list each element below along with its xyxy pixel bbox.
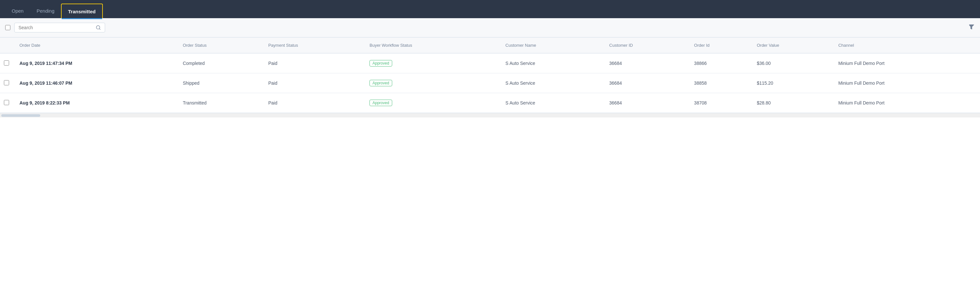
horizontal-scrollbar[interactable] xyxy=(0,113,980,118)
search-box xyxy=(14,23,105,32)
svg-line-1 xyxy=(99,29,100,30)
search-icon xyxy=(96,25,101,30)
table-row: Aug 9, 2019 11:47:34 PM Completed Paid A… xyxy=(0,53,980,73)
order-date-value: Aug 9, 2019 8:22:33 PM xyxy=(19,100,70,105)
cell-order-value: $36.00 xyxy=(753,53,834,73)
cell-order-date: Aug 9, 2019 8:22:33 PM xyxy=(16,93,179,113)
select-all-checkbox[interactable] xyxy=(5,25,10,30)
cell-buyer-workflow-status: Approved xyxy=(366,73,501,93)
row-checkbox[interactable] xyxy=(4,80,9,85)
cell-order-id: 38858 xyxy=(690,73,753,93)
cell-order-date: Aug 9, 2019 11:47:34 PM xyxy=(16,53,179,73)
cell-order-status: Completed xyxy=(179,53,264,73)
col-checkbox xyxy=(0,38,16,54)
table-row: Aug 9, 2019 8:22:33 PM Transmitted Paid … xyxy=(0,93,980,113)
row-checkbox-cell xyxy=(0,93,16,113)
cell-order-date: Aug 9, 2019 11:46:07 PM xyxy=(16,73,179,93)
col-order-date: Order Date xyxy=(16,38,179,54)
col-channel: Channel xyxy=(834,38,980,54)
cell-channel: Minium Full Demo Port xyxy=(834,53,980,73)
cell-customer-id: 36684 xyxy=(605,93,690,113)
cell-channel: Minium Full Demo Port xyxy=(834,93,980,113)
table-header-row: Order Date Order Status Payment Status B… xyxy=(0,38,980,54)
cell-customer-id: 36684 xyxy=(605,53,690,73)
cell-customer-name: S Auto Service xyxy=(501,93,605,113)
cell-order-status: Shipped xyxy=(179,73,264,93)
cell-channel: Minium Full Demo Port xyxy=(834,73,980,93)
row-checkbox[interactable] xyxy=(4,60,9,65)
col-order-status: Order Status xyxy=(179,38,264,54)
orders-table: Order Date Order Status Payment Status B… xyxy=(0,37,980,113)
cell-order-value: $28.80 xyxy=(753,93,834,113)
table-wrapper: Order Date Order Status Payment Status B… xyxy=(0,37,980,113)
cell-payment-status: Paid xyxy=(264,93,366,113)
cell-buyer-workflow-status: Approved xyxy=(366,93,501,113)
col-payment-status: Payment Status xyxy=(264,38,366,54)
approved-badge: Approved xyxy=(369,60,392,67)
cell-customer-name: S Auto Service xyxy=(501,73,605,93)
tab-open[interactable]: Open xyxy=(5,3,30,18)
cell-order-id: 38866 xyxy=(690,53,753,73)
col-order-value: Order Value xyxy=(753,38,834,54)
row-checkbox-cell xyxy=(0,73,16,93)
col-buyer-workflow-status: Buyer Workflow Status xyxy=(366,38,501,54)
cell-customer-name: S Auto Service xyxy=(501,53,605,73)
filter-icon[interactable] xyxy=(968,24,975,32)
cell-payment-status: Paid xyxy=(264,53,366,73)
cell-order-value: $115.20 xyxy=(753,73,834,93)
search-input[interactable] xyxy=(19,25,93,30)
cell-order-id: 38708 xyxy=(690,93,753,113)
row-checkbox-cell xyxy=(0,53,16,73)
tab-transmitted[interactable]: Transmitted xyxy=(61,3,103,18)
col-customer-id: Customer ID xyxy=(605,38,690,54)
tab-pending[interactable]: Pending xyxy=(30,3,61,18)
cell-payment-status: Paid xyxy=(264,73,366,93)
cell-customer-id: 36684 xyxy=(605,73,690,93)
tab-bar: Open Pending Transmitted xyxy=(0,0,980,18)
toolbar xyxy=(0,18,980,37)
approved-badge: Approved xyxy=(369,100,392,106)
order-date-value: Aug 9, 2019 11:46:07 PM xyxy=(19,81,72,86)
approved-badge: Approved xyxy=(369,80,392,86)
order-date-value: Aug 9, 2019 11:47:34 PM xyxy=(19,61,72,66)
cell-order-status: Transmitted xyxy=(179,93,264,113)
table-row: Aug 9, 2019 11:46:07 PM Shipped Paid App… xyxy=(0,73,980,93)
row-checkbox[interactable] xyxy=(4,100,9,105)
cell-buyer-workflow-status: Approved xyxy=(366,53,501,73)
col-customer-name: Customer Name xyxy=(501,38,605,54)
col-order-id: Order Id xyxy=(690,38,753,54)
scroll-thumb[interactable] xyxy=(1,114,40,117)
